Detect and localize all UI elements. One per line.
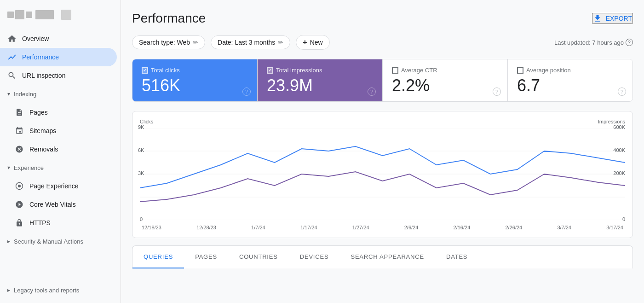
last-updated-text: Last updated: 7 hours ago — [554, 39, 624, 46]
section-legacy-label: Legacy tools and reports — [14, 287, 79, 294]
removals-icon — [15, 145, 24, 154]
help-icon-header[interactable]: ? — [626, 39, 633, 46]
section-security-label: Security & Manual Actions — [14, 238, 83, 245]
x-axis-labels: 12/18/23 12/28/23 1/7/24 1/17/24 1/27/24… — [140, 225, 625, 230]
search-type-label: Search type: Web — [139, 39, 190, 46]
main-content: Performance EXPORT Search type: Web ✏ Da… — [121, 0, 644, 303]
metric-total-impressions[interactable]: ✓ Total impressions 23.9M ? — [258, 59, 383, 101]
logo-squares — [7, 10, 54, 19]
metric-position-label: Average position — [526, 67, 571, 74]
tab-queries-label: QUERIES — [144, 253, 173, 260]
sidebar-nav: Overview Performance URL inspection ▾ In… — [0, 29, 121, 303]
y-label-400k: 400K — [613, 147, 625, 153]
x-label-8: 3/7/24 — [557, 225, 571, 230]
sidebar-item-page-experience-label: Page Experience — [29, 182, 79, 190]
help-icon-position[interactable]: ? — [618, 87, 626, 96]
metric-impressions-label: Total impressions — [276, 67, 322, 74]
y-label-0-right: 0 — [622, 216, 625, 222]
sidebar-item-overview[interactable]: Overview — [0, 29, 117, 48]
home-icon — [7, 34, 17, 43]
help-icon-ctr[interactable]: ? — [493, 87, 501, 96]
section-indexing-header[interactable]: ▾ Indexing — [0, 85, 121, 103]
tab-pages-label: PAGES — [195, 253, 217, 260]
chart-y-right-label: Impressions — [598, 119, 625, 124]
tab-countries[interactable]: COUNTRIES — [228, 246, 289, 268]
tab-dates[interactable]: DATES — [435, 246, 478, 268]
sidebar-item-url-inspection[interactable]: URL inspection — [0, 66, 117, 85]
tab-pages[interactable]: PAGES — [184, 246, 228, 268]
metric-ctr-label: Average CTR — [401, 67, 437, 74]
search-type-filter[interactable]: Search type: Web ✏ — [132, 35, 205, 49]
tab-devices[interactable]: DEVICES — [289, 246, 340, 268]
x-label-4: 1/27/24 — [352, 225, 369, 230]
sidebar-item-sitemaps-label: Sitemaps — [29, 127, 56, 134]
tabs: QUERIES PAGES COUNTRIES DEVICES SEARCH A… — [132, 245, 633, 268]
chart-area: Clicks Impressions 9K 6K 3K 0 60 — [132, 111, 633, 238]
chevron-down-icon: ▾ — [7, 91, 10, 97]
y-label-6k: 6K — [138, 147, 144, 153]
page-title: Performance — [132, 11, 206, 26]
tab-search-appearance[interactable]: SEARCH APPEARANCE — [339, 246, 435, 268]
help-icon-clicks[interactable]: ? — [242, 87, 251, 96]
metric-ctr-checkbox — [392, 67, 398, 74]
y-label-3k: 3K — [138, 170, 144, 176]
check-icon: ✓ — [143, 68, 147, 73]
trending-icon — [7, 52, 17, 62]
section-security-header[interactable]: ▸ Security & Manual Actions — [0, 232, 121, 251]
edit-icon-date: ✏ — [278, 39, 283, 46]
metric-ctr-value: 2.2% — [392, 77, 498, 94]
y-label-9k: 9K — [138, 124, 144, 130]
sidebar-item-page-experience[interactable]: Page Experience — [0, 177, 117, 195]
metric-ctr-header: Average CTR — [392, 67, 498, 74]
core-web-vitals-icon — [15, 200, 24, 209]
y-label-0-left: 0 — [140, 216, 143, 222]
sidebar-item-pages[interactable]: Pages — [0, 103, 117, 122]
edit-icon-search: ✏ — [193, 39, 198, 46]
section-experience-header[interactable]: ▾ Experience — [0, 158, 121, 177]
logo — [0, 0, 121, 29]
page-icon — [15, 108, 24, 117]
metric-clicks-header: ✓ Total clicks — [142, 67, 248, 74]
metric-clicks-checkbox: ✓ — [142, 67, 148, 74]
new-filter-button[interactable]: + New — [296, 35, 329, 50]
sidebar-item-core-web-vitals[interactable]: Core Web Vitals — [0, 195, 117, 214]
export-button[interactable]: EXPORT — [592, 13, 633, 24]
x-label-1: 12/28/23 — [196, 225, 216, 230]
tab-dates-label: DATES — [446, 253, 467, 260]
x-label-9: 3/17/24 — [606, 225, 623, 230]
chart-y-left-label: Clicks — [140, 119, 153, 124]
sidebar-item-pages-label: Pages — [29, 109, 48, 116]
metric-average-position[interactable]: Average position 6.7 ? — [508, 59, 632, 101]
sitemap-icon — [15, 126, 24, 135]
page-experience-icon — [15, 181, 24, 191]
metric-impressions-checkbox: ✓ — [267, 67, 273, 74]
page-header: Performance EXPORT — [132, 11, 633, 26]
sidebar-item-overview-label: Overview — [22, 35, 49, 42]
sidebar-item-performance[interactable]: Performance — [0, 48, 117, 66]
chevron-right-icon-2: ▸ — [7, 287, 10, 293]
metric-clicks-value: 516K — [142, 77, 248, 94]
section-legacy-header[interactable]: ▸ Legacy tools and reports — [0, 281, 121, 299]
section-experience-label: Experience — [14, 164, 44, 171]
metric-impressions-header: ✓ Total impressions — [267, 67, 373, 74]
chevron-right-icon: ▸ — [7, 238, 10, 245]
x-label-3: 1/17/24 — [300, 225, 317, 230]
date-label: Date: Last 3 months — [218, 39, 275, 46]
last-updated: Last updated: 7 hours ago ? — [554, 39, 633, 46]
tab-queries[interactable]: QUERIES — [132, 246, 184, 268]
metric-clicks-label: Total clicks — [151, 67, 180, 74]
metric-average-ctr[interactable]: Average CTR 2.2% ? — [383, 59, 508, 101]
metric-position-checkbox — [517, 67, 523, 74]
logo-sq-2 — [15, 10, 24, 19]
sidebar-item-https[interactable]: HTTPS — [0, 214, 117, 232]
y-label-600k: 600K — [613, 124, 625, 130]
metric-position-header: Average position — [517, 67, 623, 74]
sidebar-item-sitemaps[interactable]: Sitemaps — [0, 122, 117, 140]
sidebar-item-removals[interactable]: Removals — [0, 140, 117, 158]
metric-total-clicks[interactable]: ✓ Total clicks 516K ? — [132, 59, 258, 101]
x-label-0: 12/18/23 — [142, 225, 161, 230]
date-filter[interactable]: Date: Last 3 months ✏ — [211, 35, 290, 49]
help-icon-impressions[interactable]: ? — [368, 87, 376, 96]
tab-devices-label: DEVICES — [300, 253, 329, 260]
x-label-7: 2/26/24 — [505, 225, 522, 230]
